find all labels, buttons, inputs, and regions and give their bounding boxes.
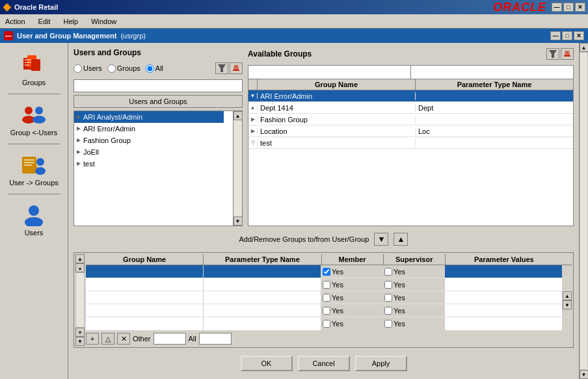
radio-groups[interactable]: Groups bbox=[107, 64, 140, 73]
col-group-name: Group Name bbox=[258, 79, 416, 90]
move-up-button[interactable]: ▲ bbox=[394, 233, 408, 246]
other-input[interactable] bbox=[154, 333, 186, 345]
list-item[interactable]: ▶ JoEll bbox=[74, 146, 224, 158]
left-panel-title: Users and Groups bbox=[74, 48, 243, 57]
scroll-down[interactable]: ▼ bbox=[234, 216, 243, 226]
super-checkbox-row5[interactable]: Yes bbox=[384, 320, 405, 328]
member-checkbox-row2[interactable]: Yes bbox=[323, 281, 343, 289]
list-item[interactable]: ▶ Fashion Group bbox=[74, 135, 224, 146]
form-min-button[interactable]: — bbox=[550, 31, 561, 40]
edit-filter-button[interactable] bbox=[230, 62, 243, 74]
close-button[interactable]: ✕ bbox=[575, 3, 585, 12]
super-checkbox-row1[interactable]: Yes bbox=[384, 268, 405, 276]
avail-search-name[interactable] bbox=[248, 66, 411, 79]
users-groups-button[interactable]: Users and Groups bbox=[74, 95, 243, 108]
btcell-member: Yes bbox=[321, 291, 383, 304]
sidebar-item-group-users[interactable]: Group <-Users bbox=[5, 98, 63, 140]
scroll-up[interactable]: ▲ bbox=[234, 111, 243, 120]
sidebar-item-groups[interactable]: Groups bbox=[5, 48, 63, 90]
pval-scroll-up[interactable]: ▲ bbox=[563, 291, 572, 300]
radio-all[interactable]: All bbox=[146, 64, 163, 73]
bottom-row[interactable]: Yes Yes bbox=[86, 278, 572, 291]
main-layout: Groups Group <-Users bbox=[0, 43, 588, 379]
list-item[interactable]: ▶ ARI Error/Admin bbox=[74, 123, 224, 135]
list-arrow: ▶ bbox=[77, 161, 81, 166]
bottom-section: ▲ ▴ ▾ ▼ Group Name Parameter Type Name M… bbox=[74, 252, 574, 348]
super-checkbox-row4[interactable]: Yes bbox=[384, 307, 405, 315]
super-checkbox-row2[interactable]: Yes bbox=[384, 281, 405, 289]
all-input[interactable] bbox=[199, 333, 232, 345]
scroll-top[interactable]: ▲ bbox=[75, 254, 85, 263]
bottom-row[interactable]: Yes Yes bbox=[86, 304, 572, 317]
scroll-bottom[interactable]: ▼ bbox=[75, 337, 85, 346]
move-down-button[interactable]: ▼ bbox=[374, 233, 388, 246]
avail-row[interactable]: ▶ Location Loc bbox=[248, 125, 573, 137]
col-param-name: Parameter Type Name bbox=[416, 79, 573, 90]
member-checkbox-row5[interactable]: Yes bbox=[323, 320, 343, 328]
row-arrow: ▼ bbox=[248, 93, 258, 99]
main-scroll-down[interactable]: ▼ bbox=[580, 370, 589, 379]
menu-edit[interactable]: Edit bbox=[36, 16, 53, 27]
filter-button[interactable] bbox=[215, 62, 228, 74]
bottom-row[interactable]: Yes Yes ▲ ▼ bbox=[86, 291, 572, 304]
add-icon-button[interactable]: + bbox=[86, 333, 99, 345]
user-groups-icon bbox=[21, 151, 47, 177]
search-input[interactable] bbox=[74, 79, 243, 92]
list-item[interactable]: ▶ test bbox=[74, 158, 224, 170]
menu-action[interactable]: Action bbox=[3, 16, 28, 27]
x-icon-button[interactable]: ✕ bbox=[117, 333, 130, 345]
apply-button[interactable]: Apply bbox=[355, 356, 407, 371]
sidebar-item-users[interactable]: Users bbox=[5, 198, 63, 240]
ok-button[interactable]: OK bbox=[241, 356, 293, 371]
del-icon-button[interactable]: △ bbox=[101, 333, 114, 345]
avail-edit-button[interactable] bbox=[561, 48, 574, 60]
scroll-up-sm[interactable]: ▴ bbox=[75, 263, 85, 272]
sidebar-item-user-groups[interactable]: User -> Groups bbox=[5, 148, 63, 190]
avail-header: Available Groups bbox=[248, 48, 574, 60]
max-button[interactable]: □ bbox=[563, 3, 574, 12]
form-close-button[interactable]: ✕ bbox=[574, 31, 584, 40]
scroll-track bbox=[234, 120, 242, 216]
min-button[interactable]: — bbox=[552, 3, 562, 12]
other-label: Other bbox=[133, 335, 151, 343]
row-group-name: Location bbox=[258, 127, 416, 135]
btcol-member: Member bbox=[322, 254, 384, 265]
super-checkbox-row3[interactable]: Yes bbox=[384, 294, 405, 302]
scroll-down-sm[interactable]: ▾ bbox=[75, 328, 85, 337]
avail-row[interactable]: ▶ Fashion Group bbox=[248, 114, 573, 125]
form-max-button[interactable]: □ bbox=[562, 31, 572, 40]
member-checkbox-row3[interactable]: Yes bbox=[323, 294, 343, 302]
radio-users[interactable]: Users bbox=[74, 64, 102, 73]
main-scroll-up[interactable]: ▲ bbox=[580, 43, 589, 52]
btcell-name bbox=[86, 291, 204, 304]
btcell-scroll bbox=[563, 265, 572, 278]
sidebar: Groups Group <-Users bbox=[0, 43, 68, 379]
avail-search-row bbox=[248, 66, 573, 79]
svg-rect-2 bbox=[31, 59, 40, 71]
btcol-group-name: Group Name bbox=[86, 254, 204, 265]
menu-window[interactable]: Window bbox=[88, 16, 119, 27]
member-checkbox-row4[interactable]: Yes bbox=[323, 307, 343, 315]
avail-row[interactable]: ▽ test bbox=[248, 137, 573, 149]
scroll-middle bbox=[75, 272, 85, 328]
avail-row[interactable]: ▼ ARI Error/Admin bbox=[248, 90, 573, 102]
list-item[interactable]: ▶ ARI Analyst/Admin bbox=[74, 111, 224, 123]
svg-rect-12 bbox=[24, 162, 34, 163]
list-item-label: JoEll bbox=[83, 148, 99, 156]
member-checkbox-row1[interactable]: Yes bbox=[323, 268, 343, 276]
btcell-scroll bbox=[563, 304, 572, 317]
bottom-buttons: OK Cancel Apply bbox=[74, 352, 574, 374]
svg-marker-24 bbox=[565, 51, 570, 55]
menu-help[interactable]: Help bbox=[61, 16, 81, 27]
cancel-button[interactable]: Cancel bbox=[298, 356, 350, 371]
svg-point-17 bbox=[29, 205, 39, 216]
group-users-icon bbox=[21, 101, 47, 127]
avail-row[interactable]: ▲ Dept 1414 Dept bbox=[248, 102, 573, 114]
avail-search-param[interactable] bbox=[411, 66, 573, 79]
svg-marker-21 bbox=[234, 65, 239, 70]
svg-rect-4 bbox=[25, 62, 31, 63]
svg-point-15 bbox=[35, 167, 46, 175]
bottom-row[interactable]: Yes Yes bbox=[86, 317, 572, 330]
bottom-row[interactable]: Yes Yes bbox=[86, 265, 572, 278]
avail-filter-button[interactable] bbox=[546, 48, 559, 60]
